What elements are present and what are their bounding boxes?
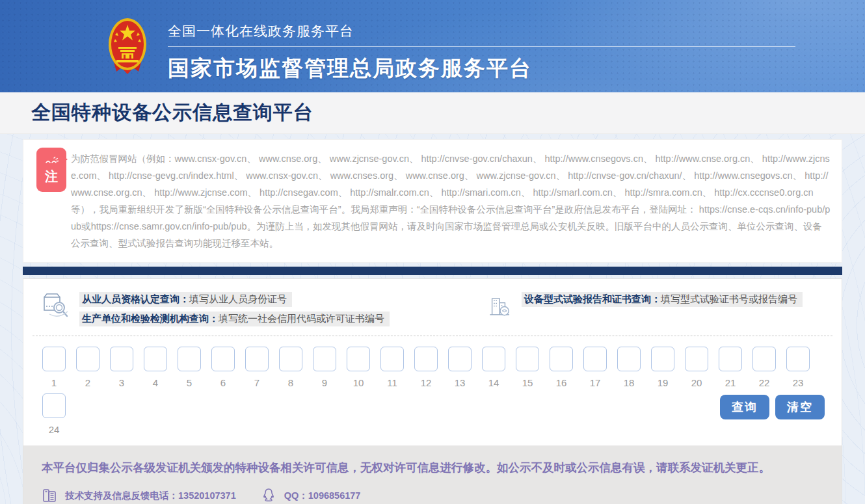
code-box-number: 22 bbox=[759, 377, 770, 388]
code-box-number: 15 bbox=[522, 377, 533, 388]
code-box-4[interactable] bbox=[144, 347, 167, 371]
fax-phone-icon bbox=[42, 488, 57, 503]
code-input-grid: 1234567891011121314151617181920212223 24… bbox=[23, 336, 842, 435]
query-card: 从业人员资格认定查询：填写从业人员身份证号 生产单位和检验检测机构查询：填写统一… bbox=[23, 278, 842, 504]
code-cell-15: 15 bbox=[515, 347, 540, 388]
page-title: 全国特种设备公示信息查询平台 bbox=[31, 99, 313, 126]
code-cell-5: 5 bbox=[177, 347, 202, 388]
code-cell-11: 11 bbox=[380, 347, 405, 388]
qq-contact: QQ：1096856177 bbox=[261, 488, 361, 503]
code-cell-10: 10 bbox=[346, 347, 371, 388]
code-cell-8: 8 bbox=[278, 347, 303, 388]
code-box-number: 6 bbox=[220, 377, 226, 388]
type-test-query-hint: 填写型式试验证书号或报告编号 bbox=[661, 293, 797, 304]
person-query-label: 从业人员资格认定查询： bbox=[82, 293, 189, 304]
code-cell-6: 6 bbox=[211, 347, 235, 388]
type-test-query-row: 设备型式试验报告和证书查询：填写型式试验证书号或报告编号 bbox=[522, 292, 803, 307]
code-box-23[interactable] bbox=[786, 347, 810, 371]
code-box-number: 5 bbox=[187, 377, 192, 388]
code-box-19[interactable] bbox=[651, 347, 674, 371]
code-box-number: 19 bbox=[658, 377, 669, 388]
type-test-query-label: 设备型式试验报告和证书查询： bbox=[524, 293, 661, 304]
disclaimer-text: 本平台仅归集公示各级发证机关颁发的特种设备相关许可信息，无权对许可信息进行修改。… bbox=[42, 458, 819, 477]
code-box-11[interactable] bbox=[380, 347, 404, 371]
code-cell-9: 9 bbox=[312, 347, 337, 388]
site-title: 国家市场监督管理总局政务服务平台 bbox=[168, 54, 795, 83]
code-box-20[interactable] bbox=[685, 347, 708, 371]
code-box-number: 12 bbox=[421, 377, 432, 388]
code-row-1: 1234567891011121314151617181920212223 bbox=[42, 347, 810, 388]
query-button[interactable]: 查询 bbox=[720, 395, 769, 419]
code-box-22[interactable] bbox=[752, 347, 776, 371]
code-box-17[interactable] bbox=[583, 347, 607, 371]
code-cell-21: 21 bbox=[718, 347, 743, 388]
code-box-number: 23 bbox=[793, 377, 804, 388]
unit-query-hint: 填写统一社会信用代码或许可证书编号 bbox=[219, 313, 384, 324]
code-box-7[interactable] bbox=[245, 347, 269, 371]
code-box-8[interactable] bbox=[279, 347, 302, 371]
code-box-number: 1 bbox=[51, 377, 57, 388]
code-box-number: 7 bbox=[254, 377, 260, 388]
code-cell-17: 17 bbox=[583, 347, 607, 388]
code-cell-24: 24 bbox=[42, 393, 66, 435]
qq-penguin-icon bbox=[261, 488, 276, 503]
person-query-row: 从业人员资格认定查询：填写从业人员身份证号 bbox=[79, 292, 292, 307]
anti-fake-notice: 注 为防范假冒网站（例如：www.cnsx-gov.cn、 www.cnse.o… bbox=[23, 139, 842, 263]
navy-divider-bar bbox=[23, 267, 842, 275]
code-box-21[interactable] bbox=[719, 347, 742, 371]
notice-text: 为防范假冒网站（例如：www.cnsx-gov.cn、 www.cnse.org… bbox=[71, 150, 831, 252]
code-box-16[interactable] bbox=[550, 347, 573, 371]
code-box-number: 10 bbox=[353, 377, 364, 388]
phone-text: 技术支持及信息反馈电话：13520107371 bbox=[65, 490, 236, 502]
code-box-number: 13 bbox=[455, 377, 466, 388]
code-box-18[interactable] bbox=[617, 347, 641, 371]
code-box-number: 4 bbox=[153, 377, 158, 388]
code-box-13[interactable] bbox=[448, 347, 472, 371]
attention-face-icon bbox=[44, 157, 59, 168]
code-box-9[interactable] bbox=[313, 347, 336, 371]
code-box-number: 2 bbox=[85, 377, 90, 388]
code-box-6[interactable] bbox=[211, 347, 235, 371]
code-box-2[interactable] bbox=[76, 347, 100, 371]
building-search-icon bbox=[488, 291, 512, 319]
code-box-number: 8 bbox=[288, 377, 293, 388]
footer-section: 本平台仅归集公示各级发证机关颁发的特种设备相关许可信息，无权对许可信息进行修改。… bbox=[23, 445, 842, 504]
code-box-5[interactable] bbox=[178, 347, 201, 371]
site-header: 全国一体化在线政务服务平台 国家市场监督管理总局政务服务平台 bbox=[0, 0, 865, 92]
code-cell-20: 20 bbox=[684, 347, 709, 388]
code-cell-13: 13 bbox=[447, 347, 472, 388]
code-box-24[interactable] bbox=[42, 393, 66, 418]
package-search-icon bbox=[40, 291, 70, 319]
code-box-15[interactable] bbox=[516, 347, 539, 371]
page-title-band: 全国特种设备公示信息查询平台 bbox=[0, 92, 865, 134]
code-box-1[interactable] bbox=[42, 347, 66, 371]
code-cell-1: 1 bbox=[42, 347, 66, 388]
code-box-12[interactable] bbox=[414, 347, 438, 371]
code-cell-3: 3 bbox=[109, 347, 134, 388]
code-cell-16: 16 bbox=[549, 347, 574, 388]
code-box-10[interactable] bbox=[347, 347, 370, 371]
code-cell-14: 14 bbox=[481, 347, 506, 388]
unit-query-label: 生产单位和检验检测机构查询： bbox=[82, 313, 219, 324]
notice-badge-label: 注 bbox=[45, 170, 58, 183]
clear-button[interactable]: 清空 bbox=[775, 395, 825, 419]
code-cell-23: 23 bbox=[786, 347, 810, 388]
person-unit-query-group: 从业人员资格认定查询：填写从业人员身份证号 生产单位和检验检测机构查询：填写统一… bbox=[40, 291, 390, 326]
code-box-14[interactable] bbox=[482, 347, 505, 371]
code-cell-18: 18 bbox=[617, 347, 641, 388]
code-row-2: 24 查询 清空 bbox=[42, 393, 825, 435]
code-box-number: 21 bbox=[725, 377, 736, 388]
code-cell-19: 19 bbox=[650, 347, 675, 388]
code-cell-7: 7 bbox=[245, 347, 269, 388]
code-box-number: 11 bbox=[387, 377, 397, 388]
qq-text: QQ：1096856177 bbox=[284, 490, 361, 502]
code-cell-2: 2 bbox=[75, 347, 100, 388]
type-test-query-group: 设备型式试验报告和证书查询：填写型式试验证书号或报告编号 bbox=[488, 291, 803, 326]
code-box-number: 16 bbox=[556, 377, 567, 388]
code-box-number: 14 bbox=[488, 377, 499, 388]
code-box-3[interactable] bbox=[110, 347, 133, 371]
notice-badge: 注 bbox=[36, 148, 66, 192]
code-box-number: 18 bbox=[624, 377, 635, 388]
code-cell-12: 12 bbox=[414, 347, 438, 388]
national-emblem-icon bbox=[107, 17, 148, 77]
